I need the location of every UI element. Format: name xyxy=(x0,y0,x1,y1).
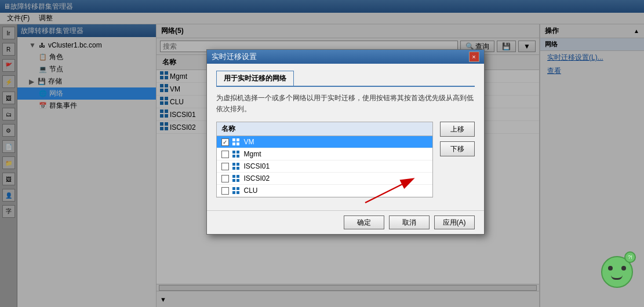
list-item-iscsi01[interactable]: ISCSI01 xyxy=(217,160,432,173)
svg-rect-32 xyxy=(232,175,235,178)
ok-button[interactable]: 确定 xyxy=(344,215,384,229)
svg-rect-29 xyxy=(237,163,239,166)
checkbox-vm[interactable] xyxy=(221,138,229,146)
mascot: ?! xyxy=(596,256,637,302)
modal-list-container: 名称 VM xyxy=(216,122,475,198)
checkbox-mgmt[interactable] xyxy=(221,151,229,158)
move-up-button[interactable]: 上移 xyxy=(440,122,475,137)
net-icon-iscsi01-modal xyxy=(232,162,242,170)
live-migration-modal: 实时迁移设置 × 用于实时迁移的网络 为虚拟机选择一个或多个网络以用于实时迁移，… xyxy=(206,49,485,235)
svg-rect-31 xyxy=(237,167,239,170)
svg-rect-23 xyxy=(237,142,239,145)
modal-footer: 确定 取消 应用(A) xyxy=(207,210,484,234)
modal-list-wrapper: 名称 VM xyxy=(216,122,433,198)
mascot-mouth xyxy=(611,275,623,280)
modal-description: 为虚拟机选择一个或多个网络以用于实时迁移，使用按钮将其按首选优先级从高到低依次排… xyxy=(216,93,475,115)
svg-rect-33 xyxy=(237,175,239,178)
svg-rect-26 xyxy=(232,155,235,158)
checkbox-iscsi01[interactable] xyxy=(221,163,229,170)
modal-tab-live-migrate[interactable]: 用于实时迁移的网络 xyxy=(216,71,294,86)
apply-button[interactable]: 应用(A) xyxy=(434,215,475,229)
net-icon-clu-modal xyxy=(232,187,242,195)
modal-title-bar: 实时迁移设置 × xyxy=(207,50,484,64)
modal-body: 用于实时迁移的网络 为虚拟机选择一个或多个网络以用于实时迁移，使用按钮将其按首选… xyxy=(207,64,484,210)
svg-rect-22 xyxy=(232,142,235,145)
svg-rect-30 xyxy=(232,167,235,170)
net-icon-vm-modal xyxy=(232,138,242,146)
svg-rect-38 xyxy=(232,191,235,194)
svg-rect-39 xyxy=(237,191,239,194)
svg-rect-35 xyxy=(237,179,239,182)
modal-tab-bar: 用于实时迁移的网络 xyxy=(216,71,475,87)
move-buttons: 上移 下移 xyxy=(440,122,475,198)
svg-rect-20 xyxy=(232,138,235,141)
list-item-vm[interactable]: VM xyxy=(217,136,432,148)
list-item-mgmt[interactable]: Mgmt xyxy=(217,148,432,160)
modal-list-header: 名称 xyxy=(216,122,433,136)
move-down-button[interactable]: 下移 xyxy=(440,141,475,156)
mascot-eye-right xyxy=(621,266,626,271)
svg-rect-24 xyxy=(232,151,235,154)
svg-rect-34 xyxy=(232,179,235,182)
net-icon-iscsi02-modal xyxy=(232,174,242,182)
svg-rect-28 xyxy=(232,163,235,166)
list-item-clu[interactable]: CLU xyxy=(217,185,432,197)
mascot-badge: ?! xyxy=(624,251,636,263)
checkbox-clu[interactable] xyxy=(221,187,229,195)
mascot-eye-left xyxy=(608,266,613,271)
svg-rect-27 xyxy=(237,155,239,158)
svg-rect-25 xyxy=(237,151,239,154)
svg-rect-21 xyxy=(237,138,239,141)
modal-close-button[interactable]: × xyxy=(469,52,479,62)
svg-rect-37 xyxy=(237,187,239,190)
net-icon-mgmt-modal xyxy=(232,150,242,158)
modal-title: 实时迁移设置 xyxy=(212,52,257,62)
cancel-button[interactable]: 取消 xyxy=(389,215,430,229)
svg-rect-36 xyxy=(232,187,235,190)
modal-network-list: VM Mgmt xyxy=(216,136,433,198)
checkbox-iscsi02[interactable] xyxy=(221,175,229,182)
modal-overlay: 实时迁移设置 × 用于实时迁移的网络 为虚拟机选择一个或多个网络以用于实时迁移，… xyxy=(0,0,644,307)
list-item-iscsi02[interactable]: ISCSI02 xyxy=(217,173,432,185)
